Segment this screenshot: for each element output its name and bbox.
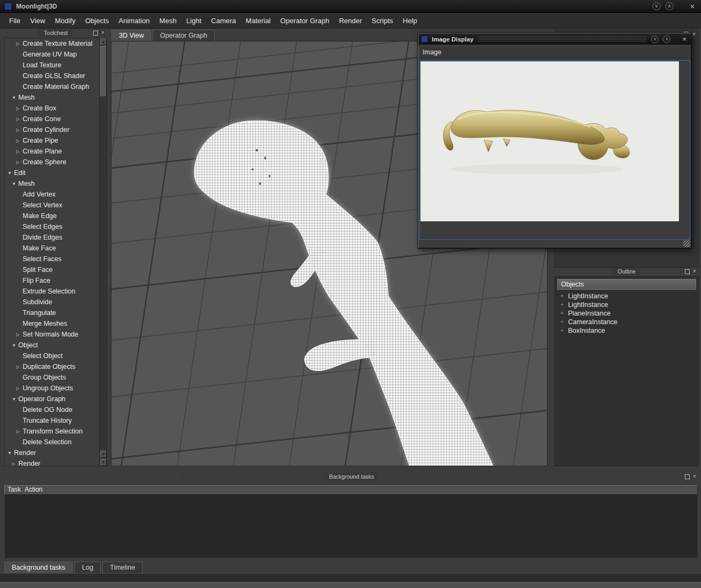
- window-unshade-icon[interactable]: ∧: [665, 2, 674, 10]
- outline-root-node[interactable]: Objects: [557, 279, 696, 290]
- outline-item[interactable]: + BoxInstance: [555, 326, 698, 335]
- toolchest-item[interactable]: Select Object: [5, 351, 99, 361]
- toolchest-item[interactable]: ▷ Create Cylinder: [5, 124, 99, 135]
- toolchest-item[interactable]: ▷ Render: [5, 458, 99, 466]
- toolchest-header[interactable]: Toolchest ×: [4, 29, 107, 37]
- window-unshade-icon[interactable]: ∧: [663, 36, 670, 43]
- close-panel-icon[interactable]: ×: [692, 269, 697, 274]
- outline-item[interactable]: + CameraInstance: [555, 318, 698, 326]
- window-shade-icon[interactable]: ∨: [653, 2, 661, 10]
- window-shade-icon[interactable]: ∨: [651, 36, 658, 43]
- outline-item[interactable]: + LightInstance: [555, 292, 698, 300]
- menu-item[interactable]: Light: [181, 15, 206, 27]
- scrollbar-thumb[interactable]: [100, 46, 107, 97]
- menu-item[interactable]: Objects: [80, 15, 114, 27]
- toolchest-item[interactable]: ▷ Create Plane: [5, 146, 99, 157]
- toolchest-item[interactable]: Triangulate: [5, 307, 99, 318]
- resize-grip-icon[interactable]: [683, 240, 690, 247]
- expander-icon[interactable]: ▷: [16, 149, 23, 154]
- toolchest-item[interactable]: ▼ Render: [5, 447, 99, 458]
- toolchest-item[interactable]: Divide Edges: [5, 232, 99, 243]
- window-close-icon[interactable]: ×: [682, 35, 686, 43]
- toolchest-item[interactable]: Select Faces: [5, 254, 99, 264]
- splitter-grip[interactable]: [108, 272, 110, 286]
- expander-icon[interactable]: ▷: [16, 128, 23, 132]
- expander-icon[interactable]: ▷: [16, 332, 23, 337]
- expander-icon[interactable]: ▼: [12, 343, 18, 348]
- scroll-down-icon[interactable]: ▼: [100, 451, 107, 458]
- viewport-tab[interactable]: Operator Graph: [152, 30, 215, 41]
- tree-expander-icon[interactable]: +: [560, 293, 568, 299]
- toolchest-item[interactable]: ▷ Create Sphere: [5, 157, 99, 167]
- scroll-up-icon[interactable]: ▲: [100, 38, 107, 45]
- toolchest-item[interactable]: ▷ Duplicate Objects: [5, 361, 99, 372]
- toolchest-item[interactable]: Make Edge: [5, 211, 99, 221]
- float-panel-icon[interactable]: [685, 269, 690, 274]
- toolchest-item[interactable]: Create Material Graph: [5, 81, 99, 92]
- expander-icon[interactable]: ▷: [16, 160, 23, 165]
- viewport-tab[interactable]: 3D View: [111, 30, 151, 41]
- outline-item[interactable]: + PlaneInstance: [555, 309, 698, 318]
- expander-icon[interactable]: ▼: [12, 397, 18, 402]
- background-tasks-header[interactable]: Background tasks ×: [4, 473, 699, 481]
- expander-icon[interactable]: ▼: [12, 95, 18, 100]
- toolchest-item[interactable]: ▷ Transform Selection: [5, 426, 99, 437]
- toolchest-item[interactable]: Load Texture: [5, 60, 99, 71]
- bottom-tab[interactable]: Log: [74, 562, 101, 573]
- toolchest-item[interactable]: Create GLSL Shader: [5, 71, 99, 81]
- tree-expander-icon[interactable]: +: [560, 319, 568, 325]
- menu-item[interactable]: View: [25, 15, 50, 27]
- menu-item[interactable]: Mesh: [155, 15, 181, 27]
- toolchest-item[interactable]: Delete OG Node: [5, 404, 99, 415]
- toolchest-item[interactable]: Split Face: [5, 264, 99, 275]
- expander-icon[interactable]: ▷: [16, 386, 23, 391]
- image-display-window[interactable]: Image Display ∨ ∧ × Image: [417, 32, 692, 249]
- menu-item[interactable]: Material: [241, 15, 275, 27]
- toolchest-item[interactable]: ▼ Object: [5, 340, 99, 351]
- toolchest-item[interactable]: ▷ Set Normals Mode: [5, 329, 99, 340]
- expander-icon[interactable]: ▼: [8, 171, 14, 176]
- toolchest-item[interactable]: ▷ Create Pipe: [5, 135, 99, 146]
- toolchest-item[interactable]: Make Face: [5, 243, 99, 254]
- expander-icon[interactable]: ▷: [16, 138, 23, 143]
- toolchest-item[interactable]: Delete Selection: [5, 437, 99, 447]
- toolchest-item[interactable]: Generate UV Map: [5, 49, 99, 60]
- menu-item[interactable]: File: [4, 15, 25, 27]
- toolchest-item[interactable]: Subdivide: [5, 297, 99, 307]
- toolchest-item[interactable]: ▷ Create Texture Material: [5, 38, 99, 49]
- toolchest-item[interactable]: ▷ Ungroup Objects: [5, 383, 99, 394]
- tasks-column-header[interactable]: Action: [22, 485, 698, 495]
- image-display-titlebar[interactable]: Image Display ∨ ∧ ×: [418, 33, 691, 45]
- expander-icon[interactable]: ▷: [16, 106, 23, 111]
- expander-icon[interactable]: ▼: [8, 451, 14, 456]
- bottom-tab[interactable]: Background tasks: [4, 562, 73, 573]
- menu-item[interactable]: Operator Graph: [276, 15, 334, 27]
- toolchest-item[interactable]: ▷ Create Box: [5, 103, 99, 114]
- close-panel-icon[interactable]: ×: [692, 474, 697, 479]
- expander-icon[interactable]: ▷: [16, 117, 23, 122]
- menu-item[interactable]: Help: [398, 15, 422, 27]
- toolchest-item[interactable]: ▼ Mesh: [5, 92, 99, 103]
- expander-icon[interactable]: ▷: [16, 41, 23, 46]
- toolchest-item[interactable]: Extrude Selection: [5, 286, 99, 297]
- scroll-down-icon[interactable]: ▼: [100, 459, 107, 466]
- menu-item[interactable]: Modify: [50, 15, 80, 27]
- tree-expander-icon[interactable]: +: [560, 311, 568, 316]
- expander-icon[interactable]: ▷: [12, 461, 18, 466]
- menu-item[interactable]: Animation: [114, 15, 155, 27]
- toolchest-item[interactable]: ▷ Create Cone: [5, 114, 99, 124]
- tree-expander-icon[interactable]: +: [560, 302, 568, 307]
- toolchest-item[interactable]: Add Vertex: [5, 189, 99, 200]
- float-panel-icon[interactable]: [93, 31, 98, 36]
- expander-icon[interactable]: ▷: [16, 365, 23, 369]
- float-panel-icon[interactable]: [685, 474, 690, 479]
- close-panel-icon[interactable]: ×: [100, 30, 106, 36]
- toolchest-item[interactable]: Select Vertex: [5, 200, 99, 211]
- toolchest-item[interactable]: ▼ Operator Graph: [5, 394, 99, 404]
- close-panel-icon[interactable]: ×: [691, 32, 697, 37]
- expander-icon[interactable]: ▷: [16, 429, 23, 434]
- toolchest-scrollbar[interactable]: ▲ ▼ ▼: [100, 38, 107, 466]
- toolchest-item[interactable]: Group Objects: [5, 372, 99, 383]
- menu-item[interactable]: Scripts: [367, 15, 398, 27]
- toolchest-item[interactable]: ▼ Mesh: [5, 178, 99, 189]
